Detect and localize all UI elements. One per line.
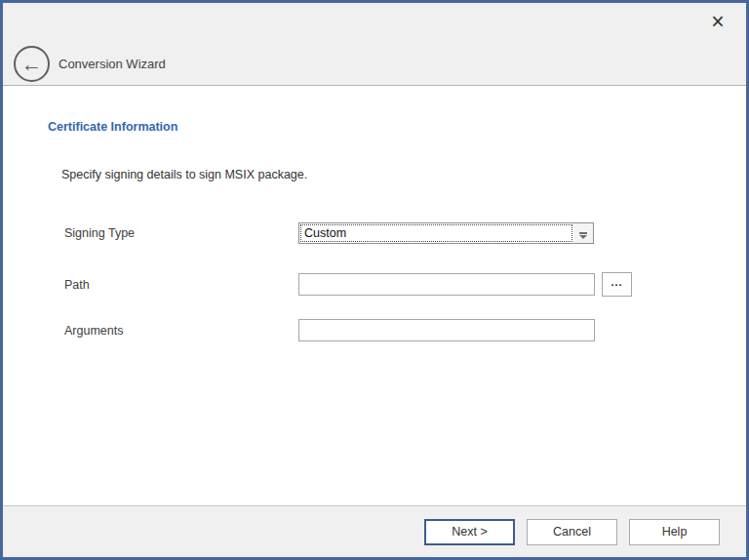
page-description: Specify signing details to sign MSIX pac… [61,168,307,181]
dialog-header: × ← Conversion Wizard [3,3,746,86]
signing-type-dropdown[interactable]: Custom [298,222,594,244]
wizard-title: Conversion Wizard [59,57,166,71]
dropdown-arrow-button[interactable] [573,223,593,243]
chevron-down-icon [579,232,587,234]
path-input[interactable] [298,273,595,296]
signing-type-selected-value: Custom [300,224,572,242]
next-button[interactable]: Next > [424,519,515,545]
cancel-button[interactable]: Cancel [527,519,617,545]
arguments-input[interactable] [298,319,595,341]
browse-button[interactable]: ... [602,272,632,297]
back-button[interactable]: ← [14,46,50,82]
help-button[interactable]: Help [629,519,720,545]
close-icon[interactable]: × [701,6,734,37]
page-title: Certificate Information [48,120,177,134]
path-label: Path [64,274,90,296]
conversion-wizard-dialog: × ← Conversion Wizard Certificate Inform… [0,0,749,560]
arguments-label: Arguments [64,320,123,341]
back-arrow-icon: ← [21,54,42,74]
dialog-footer: Next > Cancel Help [3,505,746,557]
signing-type-label: Signing Type [64,222,135,244]
